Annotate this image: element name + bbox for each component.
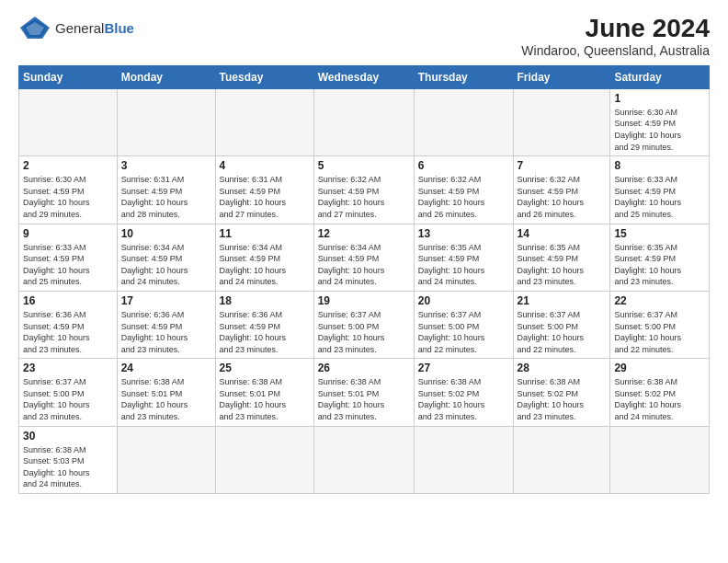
day-info: Sunrise: 6:38 AM Sunset: 5:03 PM Dayligh… <box>23 444 113 490</box>
day-number: 7 <box>518 159 607 172</box>
month-title: June 2024 <box>521 15 710 43</box>
day-info: Sunrise: 6:30 AM Sunset: 4:59 PM Dayligh… <box>23 174 113 220</box>
title-area: June 2024 Windaroo, Queensland, Australi… <box>521 15 710 58</box>
calendar-day <box>215 88 313 155</box>
day-number: 8 <box>614 159 705 172</box>
day-info: Sunrise: 6:38 AM Sunset: 5:02 PM Dayligh… <box>418 376 509 422</box>
weekday-header-row: SundayMondayTuesdayWednesdayThursdayFrid… <box>19 65 710 88</box>
calendar-day <box>215 426 313 493</box>
day-info: Sunrise: 6:36 AM Sunset: 4:59 PM Dayligh… <box>23 309 113 355</box>
calendar-day: 6Sunrise: 6:32 AM Sunset: 4:59 PM Daylig… <box>414 156 513 224</box>
calendar-day <box>117 426 215 493</box>
calendar-day: 28Sunrise: 6:38 AM Sunset: 5:02 PM Dayli… <box>513 359 610 426</box>
calendar-day <box>610 426 710 493</box>
calendar: SundayMondayTuesdayWednesdayThursdayFrid… <box>18 65 710 494</box>
day-number: 14 <box>518 227 607 240</box>
day-info: Sunrise: 6:38 AM Sunset: 5:01 PM Dayligh… <box>318 376 410 422</box>
day-number: 4 <box>220 159 310 172</box>
calendar-day: 17Sunrise: 6:36 AM Sunset: 4:59 PM Dayli… <box>117 291 215 358</box>
day-info: Sunrise: 6:35 AM Sunset: 4:59 PM Dayligh… <box>614 242 705 288</box>
day-number: 9 <box>23 227 113 240</box>
day-number: 27 <box>418 362 509 374</box>
day-info: Sunrise: 6:32 AM Sunset: 4:59 PM Dayligh… <box>418 174 509 220</box>
day-info: Sunrise: 6:33 AM Sunset: 4:59 PM Dayligh… <box>614 174 705 220</box>
day-number: 18 <box>220 294 310 307</box>
calendar-day: 4Sunrise: 6:31 AM Sunset: 4:59 PM Daylig… <box>215 156 313 224</box>
calendar-day <box>19 88 118 155</box>
day-info: Sunrise: 6:31 AM Sunset: 4:59 PM Dayligh… <box>121 174 211 220</box>
calendar-day: 10Sunrise: 6:34 AM Sunset: 4:59 PM Dayli… <box>117 224 215 291</box>
calendar-day: 18Sunrise: 6:36 AM Sunset: 4:59 PM Dayli… <box>215 291 313 358</box>
day-number: 16 <box>23 294 113 307</box>
day-info: Sunrise: 6:33 AM Sunset: 4:59 PM Dayligh… <box>23 242 113 288</box>
calendar-day: 13Sunrise: 6:35 AM Sunset: 4:59 PM Dayli… <box>414 224 513 291</box>
calendar-week-2: 2Sunrise: 6:30 AM Sunset: 4:59 PM Daylig… <box>19 156 710 224</box>
day-info: Sunrise: 6:32 AM Sunset: 4:59 PM Dayligh… <box>518 174 607 220</box>
weekday-header-monday: Monday <box>117 65 215 88</box>
weekday-header-tuesday: Tuesday <box>215 65 313 88</box>
calendar-week-4: 16Sunrise: 6:36 AM Sunset: 4:59 PM Dayli… <box>19 291 710 358</box>
calendar-day <box>414 88 513 155</box>
day-number: 30 <box>23 430 113 442</box>
calendar-day: 15Sunrise: 6:35 AM Sunset: 4:59 PM Dayli… <box>610 224 710 291</box>
day-number: 10 <box>121 227 211 240</box>
day-info: Sunrise: 6:31 AM Sunset: 4:59 PM Dayligh… <box>220 174 310 220</box>
day-info: Sunrise: 6:38 AM Sunset: 5:01 PM Dayligh… <box>220 376 310 422</box>
calendar-day: 14Sunrise: 6:35 AM Sunset: 4:59 PM Dayli… <box>513 224 610 291</box>
calendar-day: 30Sunrise: 6:38 AM Sunset: 5:03 PM Dayli… <box>19 426 118 493</box>
day-info: Sunrise: 6:34 AM Sunset: 4:59 PM Dayligh… <box>318 242 410 288</box>
calendar-day: 24Sunrise: 6:38 AM Sunset: 5:01 PM Dayli… <box>117 359 215 426</box>
calendar-day: 5Sunrise: 6:32 AM Sunset: 4:59 PM Daylig… <box>313 156 414 224</box>
day-number: 6 <box>418 159 509 172</box>
calendar-day: 1Sunrise: 6:30 AM Sunset: 4:59 PM Daylig… <box>610 88 710 155</box>
day-info: Sunrise: 6:36 AM Sunset: 4:59 PM Dayligh… <box>220 309 310 355</box>
day-number: 24 <box>121 362 211 374</box>
day-info: Sunrise: 6:37 AM Sunset: 5:00 PM Dayligh… <box>318 309 410 355</box>
weekday-header-saturday: Saturday <box>610 65 710 88</box>
calendar-day: 9Sunrise: 6:33 AM Sunset: 4:59 PM Daylig… <box>19 224 118 291</box>
day-info: Sunrise: 6:38 AM Sunset: 5:02 PM Dayligh… <box>614 376 705 422</box>
day-info: Sunrise: 6:38 AM Sunset: 5:01 PM Dayligh… <box>121 376 211 422</box>
day-info: Sunrise: 6:30 AM Sunset: 4:59 PM Dayligh… <box>614 107 705 153</box>
calendar-day: 21Sunrise: 6:37 AM Sunset: 5:00 PM Dayli… <box>513 291 610 358</box>
weekday-header-thursday: Thursday <box>414 65 513 88</box>
day-info: Sunrise: 6:34 AM Sunset: 4:59 PM Dayligh… <box>121 242 211 288</box>
calendar-day: 2Sunrise: 6:30 AM Sunset: 4:59 PM Daylig… <box>19 156 118 224</box>
day-number: 28 <box>518 362 607 374</box>
day-number: 13 <box>418 227 509 240</box>
day-number: 17 <box>121 294 211 307</box>
day-info: Sunrise: 6:37 AM Sunset: 5:00 PM Dayligh… <box>418 309 509 355</box>
calendar-day: 27Sunrise: 6:38 AM Sunset: 5:02 PM Dayli… <box>414 359 513 426</box>
location: Windaroo, Queensland, Australia <box>521 43 710 58</box>
weekday-header-wednesday: Wednesday <box>313 65 414 88</box>
logo-icon <box>18 15 51 40</box>
day-number: 2 <box>23 159 113 172</box>
calendar-day: 16Sunrise: 6:36 AM Sunset: 4:59 PM Dayli… <box>19 291 118 358</box>
calendar-day: 26Sunrise: 6:38 AM Sunset: 5:01 PM Dayli… <box>313 359 414 426</box>
calendar-day <box>513 88 610 155</box>
day-number: 22 <box>614 294 705 307</box>
calendar-day: 25Sunrise: 6:38 AM Sunset: 5:01 PM Dayli… <box>215 359 313 426</box>
calendar-week-5: 23Sunrise: 6:37 AM Sunset: 5:00 PM Dayli… <box>19 359 710 426</box>
page-header: GeneralBlue June 2024 Windaroo, Queensla… <box>18 15 710 58</box>
day-number: 21 <box>518 294 607 307</box>
calendar-day: 8Sunrise: 6:33 AM Sunset: 4:59 PM Daylig… <box>610 156 710 224</box>
day-number: 12 <box>318 227 410 240</box>
day-info: Sunrise: 6:34 AM Sunset: 4:59 PM Dayligh… <box>220 242 310 288</box>
calendar-day: 7Sunrise: 6:32 AM Sunset: 4:59 PM Daylig… <box>513 156 610 224</box>
day-info: Sunrise: 6:35 AM Sunset: 4:59 PM Dayligh… <box>518 242 607 288</box>
calendar-day: 20Sunrise: 6:37 AM Sunset: 5:00 PM Dayli… <box>414 291 513 358</box>
calendar-day: 19Sunrise: 6:37 AM Sunset: 5:00 PM Dayli… <box>313 291 414 358</box>
day-number: 25 <box>220 362 310 374</box>
logo: GeneralBlue <box>18 15 134 40</box>
calendar-week-3: 9Sunrise: 6:33 AM Sunset: 4:59 PM Daylig… <box>19 224 710 291</box>
day-number: 23 <box>23 362 113 374</box>
day-number: 11 <box>220 227 310 240</box>
day-info: Sunrise: 6:38 AM Sunset: 5:02 PM Dayligh… <box>518 376 607 422</box>
calendar-day: 12Sunrise: 6:34 AM Sunset: 4:59 PM Dayli… <box>313 224 414 291</box>
calendar-week-6: 30Sunrise: 6:38 AM Sunset: 5:03 PM Dayli… <box>19 426 710 493</box>
logo-text: GeneralBlue <box>55 20 134 36</box>
day-number: 15 <box>614 227 705 240</box>
calendar-day: 23Sunrise: 6:37 AM Sunset: 5:00 PM Dayli… <box>19 359 118 426</box>
calendar-day <box>513 426 610 493</box>
